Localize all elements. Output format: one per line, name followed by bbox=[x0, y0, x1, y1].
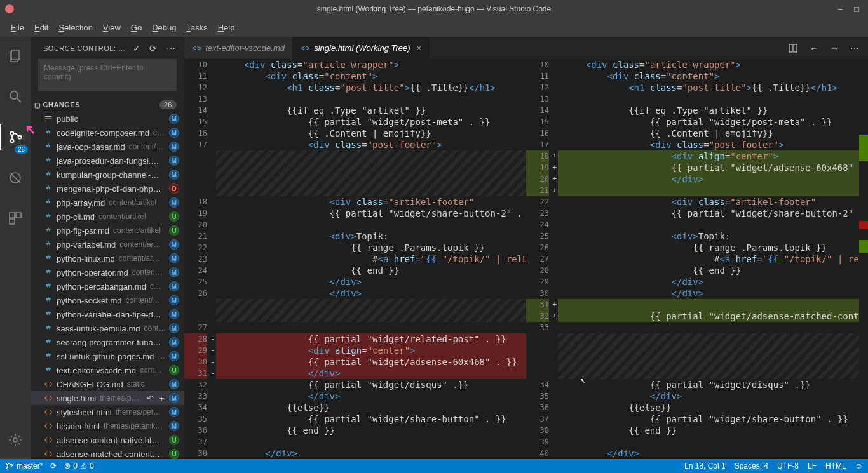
change-item[interactable]: python-socket.mdcontent/…M bbox=[31, 293, 184, 307]
menu-debug[interactable]: Debug bbox=[147, 20, 180, 35]
discard-icon[interactable]: ↶ bbox=[147, 394, 154, 403]
menu-help[interactable]: Help bbox=[214, 20, 240, 35]
next-change-icon[interactable]: → bbox=[830, 43, 839, 53]
explorer-icon[interactable] bbox=[0, 43, 31, 69]
change-item[interactable]: stylesheet.htmlthemes/pet…M bbox=[31, 405, 184, 419]
file-name: single.html bbox=[57, 394, 96, 403]
menu-file[interactable]: File bbox=[6, 20, 29, 35]
file-path: content/artikel bbox=[113, 226, 166, 235]
file-icon bbox=[43, 380, 53, 389]
changes-section-header[interactable]: ▢ CHANGES 26 bbox=[31, 98, 184, 112]
indentation[interactable]: Spaces: 4 bbox=[735, 462, 768, 470]
status-badge: U bbox=[169, 365, 179, 375]
encoding[interactable]: UTF-8 bbox=[777, 462, 799, 470]
status-badge: U bbox=[169, 449, 179, 459]
tab[interactable]: <>single.html (Working Tree)× bbox=[293, 37, 430, 59]
window-controls: − □ bbox=[838, 4, 868, 14]
status-badge: M bbox=[169, 253, 179, 263]
overview-ruler[interactable] bbox=[859, 59, 868, 459]
language-mode[interactable]: HTML bbox=[825, 462, 846, 470]
menu-view[interactable]: View bbox=[98, 20, 125, 35]
change-item[interactable]: php-array.mdcontent/artikelM bbox=[31, 196, 184, 210]
right-code[interactable]: <div class="article-wrapper"> <div class… bbox=[558, 59, 859, 459]
file-name: stylesheet.html bbox=[57, 408, 112, 417]
minimize-icon[interactable]: − bbox=[838, 4, 843, 14]
changes-list: publicMcodeigniter-composer.mdc…Mjava-oo… bbox=[31, 112, 184, 459]
change-item[interactable]: python-operator.mdconten…M bbox=[31, 265, 184, 279]
file-name: python-linux.md bbox=[57, 254, 115, 263]
change-item[interactable]: text-editor-vscode.mdcont…U bbox=[31, 363, 184, 377]
change-item[interactable]: seorang-programmer-tunan…M bbox=[31, 335, 184, 349]
maximize-icon[interactable]: □ bbox=[854, 4, 859, 14]
change-item[interactable]: sass-untuk-pemula.mdcont…M bbox=[31, 321, 184, 335]
sync-icon[interactable]: ⟳ bbox=[50, 462, 57, 470]
change-item[interactable]: java-prosedur-dan-fungsi.m…M bbox=[31, 154, 184, 168]
file-path: static bbox=[127, 380, 166, 389]
diff-modified-pane[interactable]: 101112131415161718+19+20+21+222324252627… bbox=[526, 59, 868, 459]
git-branch[interactable]: master* bbox=[5, 462, 43, 470]
feedback-icon[interactable]: ☺ bbox=[855, 462, 863, 470]
file-path: cont… bbox=[144, 324, 167, 333]
menu-selection[interactable]: Selection bbox=[54, 20, 97, 35]
tabs-row: <>text-editor-vscode.md<>single.html (Wo… bbox=[184, 37, 868, 59]
source-control-icon[interactable]: 26 bbox=[0, 124, 31, 150]
file-name: kumpulan-group-channel-b… bbox=[57, 170, 163, 180]
change-item[interactable]: java-oop-dasar.mdcontent/…M bbox=[31, 140, 184, 154]
svg-rect-10 bbox=[10, 219, 15, 224]
close-icon[interactable]: × bbox=[417, 43, 422, 53]
extensions-icon[interactable] bbox=[0, 206, 31, 231]
change-item[interactable]: python-variabel-dan-tipe-da…M bbox=[31, 307, 184, 321]
change-item[interactable]: python-percabangan.mdc…M bbox=[31, 279, 184, 293]
change-item[interactable]: codeigniter-composer.mdc…M bbox=[31, 126, 184, 140]
file-path: c… bbox=[150, 282, 166, 291]
menu-tasks[interactable]: Tasks bbox=[182, 20, 212, 35]
cursor-position[interactable]: Ln 18, Col 1 bbox=[684, 462, 726, 470]
change-item[interactable]: adsense-matched-content.h…U bbox=[31, 447, 184, 459]
change-item[interactable]: php-fig-psr.mdcontent/artikelU bbox=[31, 223, 184, 237]
window-close-button[interactable] bbox=[5, 4, 14, 13]
commit-icon[interactable]: ✓ bbox=[133, 43, 141, 53]
file-path: themes/pet… bbox=[116, 408, 166, 416]
eol[interactable]: LF bbox=[808, 462, 817, 470]
file-name: public bbox=[57, 114, 78, 124]
diff-editor[interactable]: 10111213141516171819202122232425262728-2… bbox=[184, 59, 868, 459]
window-title: single.html (Working Tree) — petanikode-… bbox=[317, 4, 551, 13]
menu-edit[interactable]: Edit bbox=[30, 20, 53, 35]
change-item[interactable]: php-cli.mdcontent/artikelU bbox=[31, 210, 184, 223]
diff-original-pane[interactable]: 10111213141516171819202122232425262728-2… bbox=[184, 59, 526, 459]
sidebar-header: SOURCE CONTROL: … ✓ ⟳ ⋯ bbox=[31, 37, 184, 59]
change-item[interactable]: mengenal-php-cli-dan-php-i…D bbox=[31, 182, 184, 196]
change-item[interactable]: adsense-content-native.htm…U bbox=[31, 433, 184, 447]
settings-icon[interactable] bbox=[0, 427, 31, 453]
file-path: cont… bbox=[140, 366, 166, 375]
change-item[interactable]: ssl-untuk-github-pages.md…M bbox=[31, 349, 184, 363]
change-item[interactable]: header.htmlthemes/petanik…M bbox=[31, 419, 184, 433]
refresh-icon[interactable]: ⟳ bbox=[149, 43, 158, 53]
change-item[interactable]: python-linux.mdcontent/ar…M bbox=[31, 251, 184, 265]
change-item[interactable]: single.htmlthemes/p…↶+M bbox=[31, 391, 184, 405]
file-name: CHANGELOG.md bbox=[57, 380, 123, 389]
file-path: content/ar… bbox=[119, 254, 166, 263]
file-icon bbox=[43, 114, 53, 123]
commit-message-input[interactable] bbox=[38, 59, 177, 91]
left-code[interactable]: <div class="article-wrapper"> <div class… bbox=[216, 59, 526, 459]
file-path: content/artikel bbox=[109, 198, 166, 207]
search-icon[interactable] bbox=[0, 84, 31, 109]
titlebar: single.html (Working Tree) — petanikode-… bbox=[0, 0, 868, 18]
file-path: themes/petanik… bbox=[104, 422, 166, 430]
menu-go[interactable]: Go bbox=[126, 20, 146, 35]
more-icon[interactable]: ⋯ bbox=[166, 43, 176, 53]
change-item[interactable]: CHANGELOG.mdstaticM bbox=[31, 377, 184, 391]
file-name: php-fig-psr.md bbox=[57, 226, 109, 236]
open-changes-icon[interactable] bbox=[788, 43, 798, 53]
change-item[interactable]: kumpulan-group-channel-b…M bbox=[31, 168, 184, 182]
tab[interactable]: <>text-editor-vscode.md bbox=[184, 37, 293, 59]
change-item[interactable]: php-variabel.mdcontent/ar…M bbox=[31, 237, 184, 251]
problems[interactable]: ⊗0 ⚠0 bbox=[64, 462, 93, 470]
change-item[interactable]: publicM bbox=[31, 112, 184, 126]
editor-more-icon[interactable]: ⋯ bbox=[850, 43, 859, 53]
debug-icon[interactable] bbox=[0, 165, 31, 190]
changes-label: CHANGES bbox=[43, 101, 81, 109]
prev-change-icon[interactable]: ← bbox=[810, 43, 818, 53]
stage-icon[interactable]: + bbox=[159, 394, 164, 403]
